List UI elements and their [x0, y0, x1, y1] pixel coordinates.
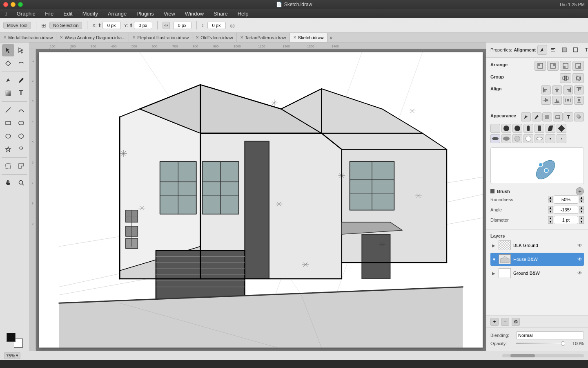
brush-tool-btn[interactable] [15, 74, 27, 86]
tab-overflow-btn[interactable]: » [327, 33, 335, 42]
align-center-h[interactable] [552, 85, 562, 94]
tab-elephant[interactable]: ✕ Elephant Illustration.idraw [129, 33, 192, 42]
layer-settings-btn[interactable]: ⚙ [512, 318, 520, 326]
app-tab-fill-sq[interactable] [542, 112, 552, 121]
opacity-slider-track[interactable] [516, 341, 565, 346]
tab-close-6[interactable]: ✕ [293, 35, 296, 40]
align-center-v[interactable] [541, 96, 551, 105]
star-tool-btn[interactable] [2, 143, 14, 155]
diameter-input[interactable] [554, 216, 578, 224]
brush-dot-tiny[interactable] [557, 134, 566, 143]
canvas-area[interactable] [36, 49, 486, 351]
gradient-tool-btn[interactable] [2, 87, 14, 99]
rounded-rect-tool-btn[interactable] [15, 117, 27, 129]
tab-wasp[interactable]: ✕ Wasp Anatomy Diagram.idra... [56, 33, 129, 42]
tab-medalillustration[interactable]: ✕ MedalIllustration.idraw [0, 33, 56, 42]
height-icon[interactable]: ↕ [202, 22, 204, 28]
layer-visibility-ground-bw[interactable]: 👁 [577, 270, 582, 276]
more-options-icon[interactable]: ◎ [230, 22, 235, 29]
smooth-node-btn[interactable] [15, 57, 27, 70]
blending-select[interactable]: Normal Multiply Screen Overlay Darken Li… [516, 331, 584, 339]
panel-tab-stroke[interactable] [570, 45, 580, 55]
expand-ground-bw[interactable]: ▶ [492, 271, 496, 276]
arc-tool-btn[interactable] [15, 104, 27, 116]
align-right[interactable] [563, 85, 573, 94]
tab-close-4[interactable]: ✕ [196, 35, 199, 40]
foreground-color-swatch[interactable] [7, 333, 16, 342]
close-button[interactable] [3, 2, 8, 7]
roundness-up-r[interactable]: ▲ [579, 196, 584, 200]
window-controls[interactable] [3, 2, 23, 7]
menu-edit[interactable]: Edit [62, 11, 74, 17]
brush-dash-btn[interactable]: — [490, 124, 500, 133]
zoom-tool-btn[interactable] [15, 177, 27, 189]
link-dimensions-toggle[interactable]: ⇔ [163, 22, 170, 29]
angle-down-r[interactable]: ▼ [579, 210, 584, 213]
distribute-h[interactable] [563, 96, 573, 105]
brush-round-btn[interactable] [501, 124, 511, 133]
delete-layer-btn[interactable]: − [501, 318, 509, 326]
menu-help[interactable]: Help [236, 11, 250, 17]
roundness-down-r[interactable]: ▼ [579, 200, 584, 203]
tab-close-1[interactable]: ✕ [3, 35, 7, 40]
align-left[interactable] [541, 85, 551, 94]
brush-dot-sm2[interactable] [546, 134, 555, 143]
angle-down[interactable]: ▼ [548, 210, 553, 213]
align-bottom[interactable] [552, 96, 562, 105]
diameter-up[interactable]: ▲ [548, 216, 553, 220]
node-tool-btn[interactable] [2, 57, 14, 70]
brush-white-circle[interactable] [523, 134, 533, 143]
menu-apple[interactable]:  [3, 11, 9, 17]
width-input[interactable] [173, 22, 192, 29]
menu-plugins[interactable]: Plugins [135, 11, 156, 17]
add-brush-btn[interactable]: + [576, 187, 584, 195]
angle-stepper-right[interactable]: ▲ ▼ [579, 206, 584, 213]
expand-blk-ground[interactable]: ▶ [492, 243, 496, 248]
layer-visibility-house-bw[interactable]: 👁 [577, 256, 582, 262]
diameter-stepper[interactable]: ▲ ▼ [548, 216, 553, 224]
ellipse-tool-btn[interactable] [2, 130, 14, 142]
arrange-btn-2[interactable] [547, 61, 559, 71]
panel-tab-pen[interactable] [537, 45, 547, 55]
add-layer-btn[interactable]: + [490, 318, 499, 326]
height-input[interactable] [207, 22, 226, 29]
angle-up-r[interactable]: ▲ [579, 206, 584, 210]
brush-oval-h[interactable] [535, 134, 544, 143]
align-top[interactable] [574, 85, 584, 94]
rect-select-tool-btn[interactable] [2, 160, 14, 172]
arrange-btn-1[interactable] [535, 61, 546, 71]
brush-oval-1[interactable] [490, 134, 500, 143]
spiral-tool-btn[interactable] [15, 143, 27, 155]
arrange-btn-4[interactable] [572, 61, 584, 71]
menu-graphic[interactable]: Graphic [15, 11, 37, 17]
brush-square-dot[interactable] [557, 124, 566, 133]
layer-ground-bw[interactable]: ▶ Ground B&W 👁 [490, 267, 584, 280]
menu-share[interactable]: Share [212, 11, 229, 17]
brush-thick-dot[interactable] [535, 124, 544, 133]
polygon-tool-btn[interactable] [15, 130, 27, 142]
layer-house-bw[interactable]: ▼ House B&W 👁 [490, 253, 584, 266]
tab-oldtv[interactable]: ✕ OldTvIcon.idraw [192, 33, 236, 42]
tab-close-3[interactable]: ✕ [132, 35, 136, 40]
angle-stepper[interactable]: ▲ ▼ [548, 206, 553, 213]
fullscreen-button[interactable] [18, 2, 23, 7]
tab-tartan[interactable]: ✕ TartanPatterns.idraw [237, 33, 290, 42]
menu-file[interactable]: File [43, 11, 55, 17]
group-btn-1[interactable] [560, 73, 571, 83]
panel-tab-text[interactable]: T [581, 45, 588, 55]
x-stepper[interactable]: ⬆ [98, 22, 102, 28]
selection-grid-icon[interactable]: ⊞ [41, 22, 46, 29]
horizontal-scrollbar[interactable] [502, 354, 584, 357]
app-tab-pen[interactable] [521, 112, 531, 121]
brush-circle-btn[interactable] [512, 124, 522, 133]
diameter-down-r[interactable]: ▼ [579, 220, 584, 224]
text-tool-btn[interactable]: T [15, 87, 27, 99]
rect-tool-btn[interactable] [2, 117, 14, 129]
brush-round-lg[interactable] [512, 134, 522, 143]
brush-thin-dot[interactable] [523, 124, 533, 133]
roundness-up[interactable]: ▲ [548, 196, 553, 200]
shape-builder-btn[interactable] [15, 160, 27, 172]
zoom-select[interactable]: 75% ▾ [4, 352, 20, 359]
arrange-btn-3[interactable] [560, 61, 571, 71]
menu-view[interactable]: View [162, 11, 177, 17]
